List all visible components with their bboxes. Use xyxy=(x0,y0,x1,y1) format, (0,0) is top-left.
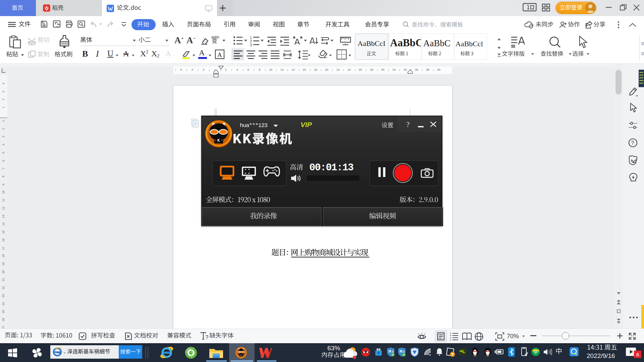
svg-text:3: 3 xyxy=(250,43,252,47)
svg-text:?: ? xyxy=(205,334,208,341)
svg-text:?: ? xyxy=(631,140,634,146)
svg-text:A: A xyxy=(217,51,222,58)
